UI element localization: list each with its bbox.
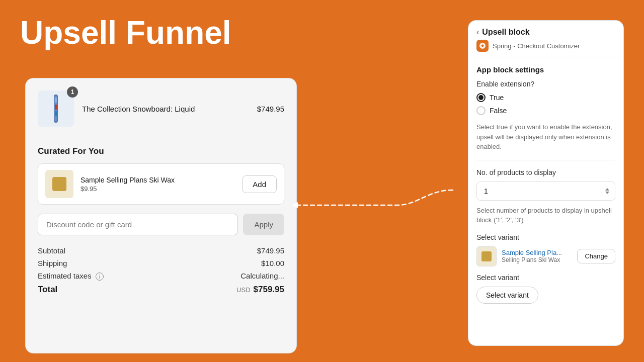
info-icon: i bbox=[96, 273, 104, 281]
upsell-product-image bbox=[45, 170, 73, 198]
add-button[interactable]: Add bbox=[242, 175, 277, 193]
products-select-wrapper: 1 2 3 bbox=[476, 182, 615, 201]
change-button[interactable]: Change bbox=[577, 249, 615, 263]
discount-input[interactable] bbox=[38, 214, 238, 235]
variant-section2-label: Select variant bbox=[476, 274, 615, 282]
product-row: 1 The Collection Snowboard: Liquid $749.… bbox=[38, 90, 284, 137]
divider1 bbox=[476, 160, 615, 160]
app-icon bbox=[476, 40, 489, 52]
back-arrow-icon[interactable]: ‹ bbox=[476, 28, 479, 37]
subtotal-value: $749.95 bbox=[257, 246, 284, 255]
radio-true-label: True bbox=[490, 94, 504, 102]
upsell-product-row: Sample Selling Plans Ski Wax $9.95 Add bbox=[38, 163, 284, 205]
subtotal-label: Subtotal bbox=[38, 246, 65, 255]
settings-panel: ‹ Upsell block Spring - Checkout Customi… bbox=[468, 20, 624, 346]
app-info-row: Spring - Checkout Customizer bbox=[476, 40, 615, 52]
svg-rect-2 bbox=[55, 98, 57, 103]
panel-title: Upsell block bbox=[482, 28, 529, 37]
shipping-value: $10.00 bbox=[261, 259, 284, 267]
radio-group: True False bbox=[476, 93, 615, 115]
connector-arrow bbox=[287, 180, 458, 220]
svg-rect-4 bbox=[55, 111, 57, 116]
radio-false-option[interactable]: False bbox=[476, 106, 615, 115]
product-badge: 1 bbox=[67, 86, 78, 98]
radio-false-circle bbox=[476, 106, 486, 115]
variant-row: Sample Selling Pla... Selling Plans Ski … bbox=[476, 246, 615, 266]
product-image-wrap: 1 bbox=[38, 90, 74, 127]
wax-icon bbox=[52, 177, 66, 191]
panel-back-row: ‹ Upsell block bbox=[476, 28, 615, 37]
variant-wax-icon bbox=[481, 251, 492, 261]
total-currency: USD bbox=[236, 286, 250, 294]
panel-header: ‹ Upsell block Spring - Checkout Customi… bbox=[468, 21, 623, 57]
total-value: $759.95 bbox=[254, 285, 284, 295]
total-right: USD $759.95 bbox=[236, 285, 284, 295]
page-title: Upsell Funnel bbox=[20, 15, 231, 50]
upsell-price: $9.95 bbox=[80, 185, 235, 193]
curated-title: Curated For You bbox=[38, 146, 284, 156]
radio-true-dot bbox=[478, 95, 484, 100]
total-label: Total bbox=[38, 285, 57, 295]
products-select[interactable]: 1 2 3 bbox=[476, 182, 615, 201]
enable-description: Select true if you want to enable the ex… bbox=[476, 122, 615, 152]
variant-info: Sample Selling Pla... Selling Plans Ski … bbox=[502, 249, 572, 263]
shipping-label: Shipping bbox=[38, 259, 67, 267]
select-variant-button[interactable]: Select variant bbox=[476, 287, 538, 304]
discount-row: Apply bbox=[38, 214, 284, 235]
svg-rect-3 bbox=[55, 105, 57, 110]
app-name: Spring - Checkout Customizer bbox=[493, 42, 580, 50]
upsell-name: Sample Selling Plans Ski Wax bbox=[80, 176, 235, 184]
product-name: The Collection Snowboard: Liquid bbox=[82, 105, 249, 113]
shipping-row: Shipping $10.00 bbox=[38, 259, 284, 267]
products-label: No. of products to display bbox=[476, 168, 615, 176]
radio-false-label: False bbox=[490, 107, 507, 115]
enable-label: Enable extension? bbox=[476, 80, 615, 88]
radio-true-option[interactable]: True bbox=[476, 93, 615, 102]
curated-section: Curated For You Sample Selling Plans Ski… bbox=[38, 146, 284, 205]
variant-section-label: Select variant bbox=[476, 233, 615, 241]
subtotal-row: Subtotal $749.95 bbox=[38, 246, 284, 255]
products-description: Select number of products to display in … bbox=[476, 206, 615, 225]
taxes-row: Estimated taxes i Calculating... bbox=[38, 272, 284, 281]
product-price: $749.95 bbox=[257, 105, 284, 113]
variant-name: Sample Selling Pla... bbox=[502, 249, 572, 256]
checkout-card: 1 The Collection Snowboard: Liquid $749.… bbox=[25, 78, 297, 353]
upsell-info: Sample Selling Plans Ski Wax $9.95 bbox=[80, 176, 235, 193]
taxes-label: Estimated taxes i bbox=[38, 272, 104, 281]
apply-button[interactable]: Apply bbox=[243, 214, 284, 235]
variant-subname: Selling Plans Ski Wax bbox=[502, 256, 572, 263]
radio-true-circle bbox=[476, 93, 486, 102]
total-row: Total USD $759.95 bbox=[38, 285, 284, 295]
settings-section-title: App block settings bbox=[476, 65, 615, 74]
taxes-value: Calculating... bbox=[240, 272, 284, 281]
totals-section: Subtotal $749.95 Shipping $10.00 Estimat… bbox=[38, 246, 284, 295]
panel-body: App block settings Enable extension? Tru… bbox=[468, 57, 623, 342]
variant-image bbox=[476, 246, 497, 266]
